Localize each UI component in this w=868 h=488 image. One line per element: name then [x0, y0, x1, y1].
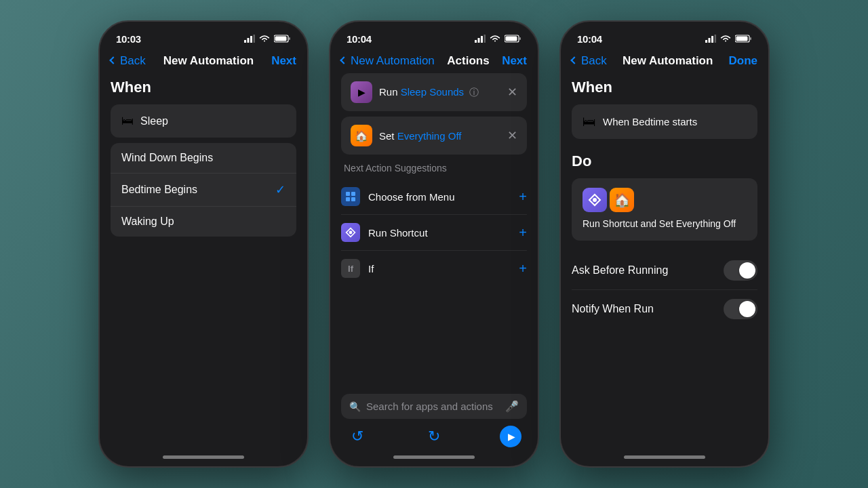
search-placeholder: Search for apps and actions: [366, 401, 500, 412]
status-bar-1: 10:03: [100, 22, 307, 52]
svg-rect-22: [715, 35, 717, 43]
shortcuts-svg: [345, 227, 356, 238]
suggestion-left-1: Choose from Menu: [341, 187, 455, 206]
info-icon: ⓘ: [469, 87, 479, 98]
suggestion-run-shortcut[interactable]: Run Shortcut +: [341, 215, 527, 251]
do-icons-row: 🏠: [583, 188, 747, 212]
svg-rect-7: [475, 40, 477, 43]
selected-option-1[interactable]: 🛏 Sleep: [111, 104, 296, 138]
sleep-icon: 🛏: [121, 114, 134, 128]
action-label-set: Set Everything Off: [379, 130, 500, 142]
home-indicator-1: [100, 447, 307, 466]
chevron-left-icon-2: [340, 56, 347, 64]
svg-rect-0: [244, 40, 246, 43]
suggestions-title: Next Action Suggestions: [341, 163, 527, 174]
redo-button[interactable]: ↻: [423, 426, 445, 447]
svg-point-26: [593, 198, 597, 202]
status-time-2: 10:04: [347, 33, 372, 45]
signal-icon-3: [705, 35, 716, 43]
home-do-icon: 🏠: [610, 188, 634, 212]
suggestion-left-3: If If: [341, 259, 374, 278]
play-button[interactable]: ▶: [500, 426, 521, 447]
home-indicator-2: [330, 447, 538, 466]
svg-rect-9: [481, 36, 483, 43]
add-if-icon[interactable]: +: [519, 261, 527, 277]
chevron-left-icon-3: [570, 56, 578, 64]
options-list-1: Wind Down Begins Bedtime Begins ✓ Waking…: [111, 143, 296, 237]
choose-menu-icon: [341, 187, 360, 206]
svg-rect-6: [275, 37, 287, 41]
shortcuts-svg-3: [588, 193, 601, 207]
toggle-ask-before: Ask Before Running: [572, 251, 757, 290]
search-container: 🔍 Search for apps and actions 🎤: [330, 394, 538, 422]
toggle-switch-ask[interactable]: [724, 260, 757, 281]
status-icons-3: [705, 35, 752, 43]
mic-icon[interactable]: 🎤: [505, 400, 519, 413]
option-wind-down[interactable]: Wind Down Begins: [111, 143, 296, 174]
do-section: Do 🏠 Run Shortcut and Set Ev: [572, 152, 757, 241]
add-choose-icon[interactable]: +: [519, 189, 527, 205]
dismiss-icon-1[interactable]: ✕: [507, 85, 517, 100]
svg-rect-3: [254, 35, 256, 43]
when-card[interactable]: 🛏 When Bedtime starts: [572, 104, 757, 139]
action-icon-set: 🏠: [351, 125, 372, 146]
svg-rect-8: [478, 38, 480, 43]
wifi-icon-3: [720, 35, 731, 43]
suggestions-list: Choose from Menu + Run Shortcut: [341, 179, 527, 286]
screen-content-1: When 🛏 Sleep Wind Down Begins Bedtime Be…: [100, 73, 307, 447]
svg-rect-12: [519, 37, 521, 40]
suggestion-label-run: Run Shortcut: [368, 227, 428, 239]
action-run-sleep-sounds[interactable]: ▶ Run Sleep Sounds ⓘ ✕: [341, 73, 527, 111]
bottom-toolbar: ↺ ↻ ▶: [330, 422, 538, 447]
home-emoji: 🏠: [614, 192, 631, 208]
status-icons-2: [475, 35, 521, 43]
play-icon: ▶: [508, 431, 515, 442]
add-run-icon[interactable]: +: [519, 225, 527, 241]
status-icons-1: [244, 35, 291, 43]
back-button-1[interactable]: Back: [111, 54, 146, 68]
action-icon-run: ▶: [351, 81, 372, 103]
do-description: Run Shortcut and Set Everything Off: [583, 218, 747, 231]
suggestion-left-2: Run Shortcut: [341, 223, 428, 242]
dismiss-icon-2[interactable]: ✕: [507, 128, 517, 143]
undo-button[interactable]: ↺: [347, 426, 368, 447]
suggestion-choose-from-menu[interactable]: Choose from Menu +: [341, 179, 527, 215]
toggle-switch-notify[interactable]: [724, 299, 757, 319]
sleep-label: Sleep: [140, 115, 168, 127]
nav-title-1: New Automation: [163, 54, 254, 68]
back-button-3[interactable]: Back: [572, 54, 607, 68]
shortcuts-do-icon: [583, 188, 607, 212]
search-bar[interactable]: 🔍 Search for apps and actions 🎤: [341, 394, 527, 419]
phone-2: 10:04: [329, 20, 539, 468]
battery-icon-2: [505, 35, 521, 43]
toggle-knob-notify: [739, 301, 755, 317]
toggle-label-notify: Notify When Run: [572, 303, 654, 315]
action-highlight-everything-off: Everything Off: [397, 130, 462, 142]
back-button-2[interactable]: New Automation: [341, 54, 435, 68]
next-button-2[interactable]: Next: [502, 54, 527, 68]
home-bar-3: [624, 455, 705, 459]
nav-bar-2: New Automation Actions Next: [330, 52, 538, 73]
next-button-1[interactable]: Next: [271, 54, 296, 68]
svg-rect-21: [711, 36, 713, 43]
action-set-everything-off[interactable]: 🏠 Set Everything Off ✕: [341, 117, 527, 155]
if-label: If: [348, 264, 353, 274]
option-label-waking: Waking Up: [121, 216, 174, 228]
suggestion-if[interactable]: If If +: [341, 251, 527, 286]
home-bar-1: [163, 455, 244, 459]
done-button-3[interactable]: Done: [729, 54, 758, 68]
svg-point-18: [349, 231, 353, 235]
action-label-run: Run Sleep Sounds ⓘ: [379, 86, 500, 99]
svg-rect-19: [705, 40, 707, 43]
nav-title-3: New Automation: [623, 54, 713, 68]
option-bedtime[interactable]: Bedtime Begins ✓: [111, 174, 296, 207]
suggestion-label-choose: Choose from Menu: [368, 191, 455, 203]
svg-rect-14: [346, 192, 350, 196]
signal-icon: [244, 35, 255, 43]
status-time-3: 10:04: [577, 33, 602, 45]
do-section-title: Do: [572, 152, 757, 170]
do-card[interactable]: 🏠 Run Shortcut and Set Everything Off: [572, 178, 757, 241]
shortcuts-icon: [341, 223, 360, 242]
option-waking[interactable]: Waking Up: [111, 207, 296, 237]
when-section-title: When: [572, 79, 757, 96]
